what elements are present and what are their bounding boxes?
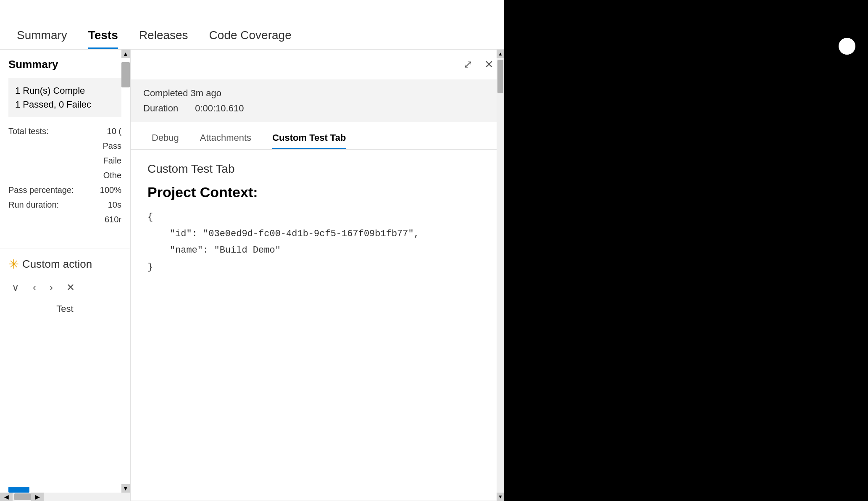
- summary-section: Summary 1 Run(s) Comple 1 Passed, 0 Fail…: [0, 50, 130, 235]
- run-duration-value1: 10s: [108, 200, 121, 210]
- detail-header: ⤢ ✕: [131, 50, 504, 79]
- blue-indicator: [8, 487, 29, 493]
- scroll-left-button[interactable]: ◀: [0, 493, 13, 501]
- detail-content: Custom Test Tab Project Context: { "id":…: [131, 150, 504, 288]
- tab-tests[interactable]: Tests: [80, 24, 126, 49]
- scroll-thumb-vertical: [497, 60, 503, 93]
- custom-action-title: ✳ Custom action: [8, 257, 121, 272]
- stats-row-duration2: 610r: [8, 212, 121, 227]
- tab-summary[interactable]: Summary: [8, 24, 76, 49]
- total-tests-label: Total tests:: [8, 127, 49, 136]
- total-tests-value: 10 (: [107, 127, 121, 136]
- run-duration-value2: 610r: [105, 215, 121, 224]
- pass-value: Pass: [103, 141, 121, 151]
- scroll-track-horizontal: ◀ ▶: [0, 493, 130, 501]
- stats-row-other: Othe: [8, 168, 121, 183]
- scroll-thumb-horizontal: [14, 493, 31, 500]
- main-area: Summary Tests Releases Code Coverage Sum…: [0, 0, 504, 501]
- project-context-heading: Project Context:: [147, 184, 487, 200]
- summary-runs: 1 Run(s) Comple 1 Passed, 0 Failec: [8, 78, 121, 117]
- completed-text: Completed 3m ago: [143, 88, 491, 99]
- stats-row-pass: Pass: [8, 139, 121, 153]
- summary-runs-line2: 1 Passed, 0 Failec: [15, 98, 115, 111]
- custom-test-tab-heading: Custom Test Tab: [147, 162, 487, 176]
- pass-pct-value: 100%: [100, 185, 121, 195]
- tab-custom-test-tab[interactable]: Custom Test Tab: [264, 127, 354, 149]
- duration-row: Duration 0:00:10.610: [143, 103, 491, 114]
- tab-releases[interactable]: Releases: [131, 24, 197, 49]
- custom-action-section: ✳ Custom action ∨ ‹ › ✕ Test: [0, 248, 130, 323]
- detail-tabs: Debug Attachments Custom Test Tab: [131, 127, 504, 150]
- fail-value: Faile: [103, 156, 121, 166]
- right-area: [504, 0, 868, 501]
- detail-panel: ⤢ ✕ Completed 3m ago Duration 0:00:10.61…: [130, 50, 504, 501]
- test-label: Test: [8, 303, 121, 314]
- duration-label: Duration: [143, 103, 178, 114]
- detail-info-bar: Completed 3m ago Duration 0:00:10.610: [131, 79, 504, 122]
- left-scroll-up[interactable]: ▲: [121, 50, 130, 58]
- white-circle: [839, 38, 855, 55]
- stats-row-duration: Run duration: 10s: [8, 198, 121, 212]
- action-buttons: ∨ ‹ › ✕: [8, 280, 121, 295]
- duration-value: 0:00:10.610: [195, 103, 244, 114]
- pass-pct-label: Pass percentage:: [8, 185, 74, 195]
- scroll-down-button[interactable]: ▼: [497, 493, 504, 501]
- summary-title: Summary: [8, 58, 121, 71]
- stats-row-total: Total tests: 10 (: [8, 124, 121, 139]
- stats-table: Total tests: 10 ( Pass Faile Othe Pass p…: [8, 124, 121, 227]
- chevron-right-button[interactable]: ›: [46, 280, 56, 295]
- left-scroll-thumb: [121, 62, 130, 87]
- scroll-up-button[interactable]: ▲: [497, 50, 504, 58]
- chevron-down-button[interactable]: ∨: [8, 280, 23, 295]
- tab-debug[interactable]: Debug: [143, 127, 187, 149]
- stats-row-pass-pct: Pass percentage: 100%: [8, 183, 121, 198]
- expand-icon[interactable]: ⤢: [462, 56, 474, 73]
- asterisk-icon: ✳: [8, 257, 19, 272]
- tab-attachments[interactable]: Attachments: [192, 127, 260, 149]
- summary-runs-line1: 1 Run(s) Comple: [15, 84, 115, 98]
- left-panel: Summary 1 Run(s) Comple 1 Passed, 0 Fail…: [0, 50, 130, 501]
- scroll-right-button[interactable]: ▶: [31, 493, 44, 501]
- other-value: Othe: [103, 171, 121, 180]
- top-nav: Summary Tests Releases Code Coverage: [0, 0, 504, 50]
- stats-row-fail: Faile: [8, 153, 121, 168]
- close-icon[interactable]: ✕: [483, 56, 495, 73]
- run-duration-label: Run duration:: [8, 200, 59, 210]
- detail-scrollbar: ▲ ▼: [497, 50, 504, 501]
- tab-code-coverage[interactable]: Code Coverage: [201, 24, 300, 49]
- json-block: { "id": "03e0ed9d-fc00-4d1b-9cf5-167f09b…: [147, 209, 487, 275]
- close-button-action[interactable]: ✕: [63, 280, 78, 295]
- left-scroll-down[interactable]: ▼: [121, 484, 130, 493]
- chevron-left-button[interactable]: ‹: [29, 280, 39, 295]
